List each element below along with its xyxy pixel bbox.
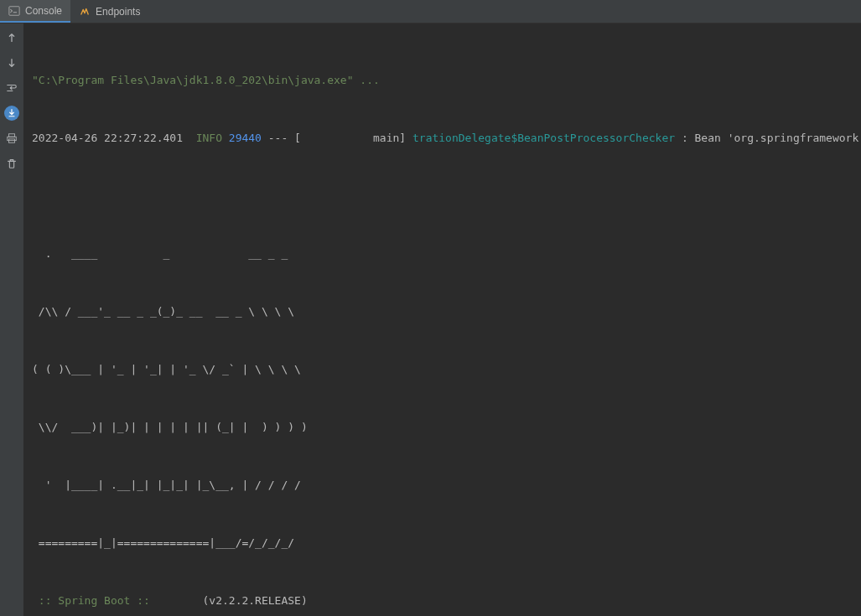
terminal-icon bbox=[8, 5, 20, 17]
print-button[interactable] bbox=[4, 131, 19, 146]
scroll-up-button[interactable] bbox=[4, 30, 19, 45]
endpoints-icon bbox=[79, 6, 91, 18]
tab-endpoints-label: Endpoints bbox=[96, 6, 140, 18]
banner-line: /\\ / ___'_ __ _ _(_)_ __ __ _ \ \ \ \ bbox=[32, 302, 861, 321]
boot-version-line: :: Spring Boot :: (v2.2.2.RELEASE) bbox=[32, 591, 861, 610]
svg-rect-0 bbox=[9, 6, 19, 15]
tab-console[interactable]: Console bbox=[0, 0, 70, 23]
banner-line: \\/ ___)| |_)| | | | | || (_| | ) ) ) ) bbox=[32, 417, 861, 437]
console-output[interactable]: "C:\Program Files\Java\jdk1.8.0_202\bin\… bbox=[23, 23, 861, 616]
banner-line: ( ( )\___ | '_ | '_| | '_ \/ _` | \ \ \ … bbox=[32, 360, 861, 379]
toolbar-gutter bbox=[0, 23, 23, 616]
banner-line: . ____ _ __ _ _ bbox=[32, 244, 861, 263]
scroll-to-end-button[interactable] bbox=[4, 106, 19, 121]
tab-console-label: Console bbox=[25, 5, 62, 17]
svg-rect-1 bbox=[9, 134, 15, 137]
clear-button[interactable] bbox=[4, 156, 19, 171]
banner-line: =========|_|==============|___/=/_/_/_/ bbox=[32, 533, 861, 552]
log-line: 2022-04-26 22:27:22.401 INFO 29440 --- [… bbox=[32, 128, 861, 148]
scroll-down-button[interactable] bbox=[4, 55, 19, 70]
tabs-bar: Console Endpoints bbox=[0, 0, 861, 23]
soft-wrap-button[interactable] bbox=[4, 80, 19, 96]
banner-line: ' |____| .__|_| |_|_| |_\__, | / / / / bbox=[32, 475, 861, 494]
tab-endpoints[interactable]: Endpoints bbox=[70, 0, 148, 23]
blank-line bbox=[32, 186, 861, 205]
cmd-line: "C:\Program Files\Java\jdk1.8.0_202\bin\… bbox=[32, 70, 861, 90]
